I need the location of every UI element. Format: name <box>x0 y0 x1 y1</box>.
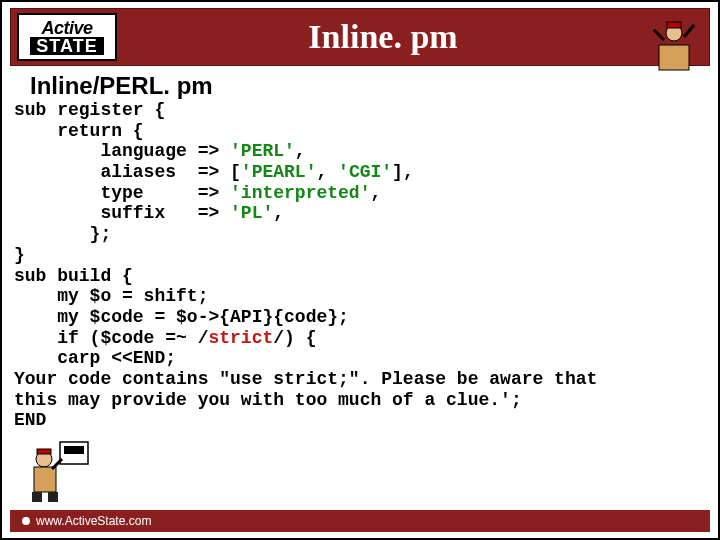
mascot-small-icon <box>22 434 92 504</box>
mascot-icon <box>649 15 699 75</box>
footer-text: www.ActiveState.com <box>36 514 151 528</box>
bullet-icon <box>22 517 30 525</box>
svg-rect-9 <box>34 467 56 492</box>
svg-rect-2 <box>667 22 681 28</box>
svg-rect-8 <box>37 449 51 454</box>
code-block: sub register { return { language => 'PER… <box>14 100 706 431</box>
slide-subtitle: Inline/PERL. pm <box>30 72 718 100</box>
svg-rect-6 <box>64 446 84 454</box>
logo-top: Active <box>41 19 92 37</box>
activestate-logo: Active STATE <box>17 13 117 61</box>
header-bar: Active STATE Inline. pm <box>10 8 710 66</box>
svg-rect-11 <box>32 492 42 502</box>
svg-rect-12 <box>48 492 58 502</box>
svg-line-4 <box>684 25 694 37</box>
svg-line-3 <box>654 30 664 40</box>
footer-bar: www.ActiveState.com <box>10 510 710 532</box>
logo-bottom: STATE <box>30 37 103 55</box>
svg-rect-0 <box>659 45 689 70</box>
slide: Active STATE Inline. pm Inline/PERL. pm … <box>0 0 720 540</box>
slide-title: Inline. pm <box>117 18 709 56</box>
